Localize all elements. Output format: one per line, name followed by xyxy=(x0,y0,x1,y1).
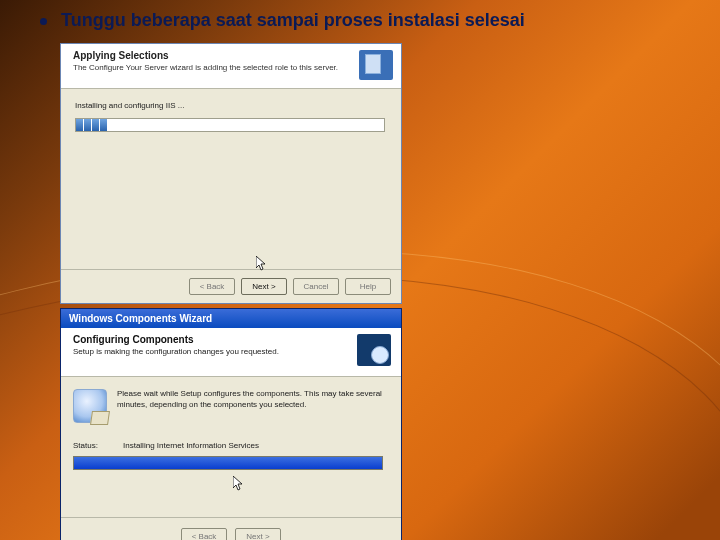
slide-content: Tunggu beberapa saat sampai proses insta… xyxy=(0,0,720,540)
install-status-text: Installing and configuring IIS ... xyxy=(75,101,387,110)
wizard-subtitle: The Configure Your Server wizard is addi… xyxy=(73,63,338,72)
next-button: Next > xyxy=(235,528,281,540)
cursor-icon xyxy=(233,476,244,492)
progress-bar xyxy=(73,456,383,470)
wizard-header: Configuring Components Setup is making t… xyxy=(61,328,401,377)
components-icon xyxy=(357,334,391,366)
windows-components-wizard: Windows Components Wizard Configuring Co… xyxy=(60,308,402,540)
bullet-text: Tunggu beberapa saat sampai proses insta… xyxy=(61,10,525,31)
bullet-dot-icon xyxy=(40,18,47,25)
status-label: Status: xyxy=(73,441,113,450)
wizard-subtitle: Setup is making the configuration change… xyxy=(73,347,279,356)
next-button[interactable]: Next > xyxy=(241,278,287,295)
bullet-item: Tunggu beberapa saat sampai proses insta… xyxy=(40,10,700,31)
cancel-button[interactable]: Cancel xyxy=(293,278,339,295)
status-value: Installing Internet Information Services xyxy=(123,441,259,450)
help-button[interactable]: Help xyxy=(345,278,391,295)
window-titlebar: Windows Components Wizard xyxy=(61,309,401,328)
wait-message: Please wait while Setup configures the c… xyxy=(117,389,389,423)
wizard-header: Applying Selections The Configure Your S… xyxy=(61,44,401,89)
server-icon xyxy=(359,50,393,80)
back-button: < Back xyxy=(181,528,227,540)
wizard-title: Configuring Components xyxy=(73,334,279,345)
progress-bar xyxy=(75,118,385,132)
setup-box-icon xyxy=(73,389,107,423)
wizard-title: Applying Selections xyxy=(73,50,338,61)
configure-server-wizard: Applying Selections The Configure Your S… xyxy=(60,43,402,304)
back-button: < Back xyxy=(189,278,235,295)
